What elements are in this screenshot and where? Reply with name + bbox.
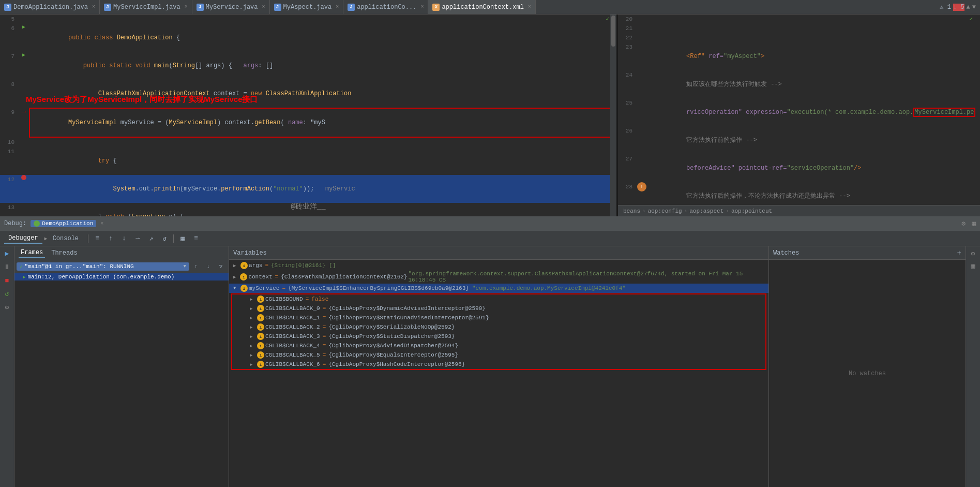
var-myservice[interactable]: ▼ i myService = {MyServiceImpl$$Enhancer… <box>229 284 768 293</box>
step-right-btn[interactable]: → <box>132 233 143 244</box>
var-cglib-callback-2[interactable]: ▶ i CGLIB$CALLBACK_2 = {CglibAopProxy$Se… <box>232 322 765 332</box>
tab-console[interactable]: Console <box>49 234 83 243</box>
close-icon[interactable]: × <box>262 4 265 10</box>
chevron-up-icon[interactable]: ▲ <box>967 4 970 11</box>
var-tree[interactable]: ▶ i args = {String[0]@2161} [] ▶ i conte… <box>229 260 768 487</box>
close-icon[interactable]: × <box>528 4 531 10</box>
side-icons-panel: ▶ ⏸ ■ ↺ ⚙ <box>0 246 14 487</box>
filter-btn[interactable]: ▽ <box>215 261 227 272</box>
expand-callback-5[interactable]: ▶ <box>250 352 256 358</box>
var-cglib-callback-0[interactable]: ▶ i CGLIB$CALLBACK_0 = {CglibAopProxy$Dy… <box>232 304 765 313</box>
right-layout-icon[interactable]: ▦ <box>968 261 978 271</box>
code-line-13: 13 } catch (Exception e) { <box>0 203 616 216</box>
red-arrow-icon: → <box>22 108 26 116</box>
var-icon-callback-0: i <box>257 305 264 312</box>
layout-icon[interactable]: ▦ <box>972 219 976 228</box>
step-up-btn[interactable]: ↑ <box>105 233 116 244</box>
close-icon[interactable]: × <box>336 4 339 10</box>
tab-myservice[interactable]: J MyService.java × <box>192 0 270 14</box>
stop-icon-side[interactable]: ■ <box>2 275 12 286</box>
threads-tab[interactable]: Threads <box>49 248 79 258</box>
frames-tab[interactable]: Frames <box>19 248 45 258</box>
add-watch-btn[interactable]: + <box>957 249 961 257</box>
pause-icon-side[interactable]: ⏸ <box>2 262 12 272</box>
app-name: DemoApplication <box>42 220 93 227</box>
tab-demo-application[interactable]: J DemoApplication.java × <box>0 0 100 14</box>
watches-content: No watches <box>769 260 966 487</box>
var-args[interactable]: ▶ i args = {String[0]@2161} [] <box>229 261 768 270</box>
xml-icon: X <box>432 4 440 11</box>
var-icon-callback-6: i <box>257 361 264 368</box>
close-icon[interactable]: × <box>420 4 424 10</box>
tab-myaspect[interactable]: J MyAspect.java × <box>270 0 344 14</box>
frame-arrow: ▶ <box>23 274 25 280</box>
code-line-6: 6 ▶ public class DemoApplication { <box>0 24 616 52</box>
expand-callback-4[interactable]: ▶ <box>250 343 256 349</box>
expand-callback-3[interactable]: ▶ <box>250 334 256 340</box>
expand-context[interactable]: ▶ <box>233 274 239 280</box>
expand-myservice[interactable]: ▼ <box>233 286 239 291</box>
settings-side-icon[interactable]: ⚙ <box>2 302 12 313</box>
code-line-5: 5 <box>0 14 616 24</box>
xml-line-20: 20 <box>618 14 980 24</box>
reset-btn[interactable]: ↺ <box>159 233 170 244</box>
debug-title: Debug: <box>4 220 26 227</box>
var-cglib-callback-6[interactable]: ▶ i CGLIB$CALLBACK_6 = {CglibAopProxy$Ha… <box>232 360 765 369</box>
grid-btn[interactable]: ▦ <box>177 233 188 244</box>
tab-debugger[interactable]: Debugger <box>4 233 42 244</box>
rerun-icon[interactable]: ↺ <box>2 289 12 299</box>
current-frame-item[interactable]: ▶ main:12, DemoApplication (com.example.… <box>14 273 229 281</box>
expand-callback-1[interactable]: ▶ <box>250 315 256 321</box>
editor-area: ✓ MyService改为了MyServiceImpl，同时去掉了实现MySer… <box>0 14 980 216</box>
java-icon: J <box>4 4 11 11</box>
thread-selector[interactable]: ✓ "main"@1 in gr..."main": RUNNING ▼ <box>17 262 189 271</box>
expand-callback-6[interactable]: ▶ <box>250 362 256 367</box>
tab-bar: J DemoApplication.java × J MyServiceImpl… <box>0 0 980 14</box>
var-cglib-callback-3[interactable]: ▶ i CGLIB$CALLBACK_3 = {CglibAopProxy$St… <box>232 332 765 341</box>
expand-args[interactable]: ▶ <box>233 263 239 269</box>
step-force-btn[interactable]: ↗ <box>145 233 157 244</box>
tab-applicationco[interactable]: J applicationCo... × <box>343 0 428 14</box>
step-down-btn[interactable]: ↓ <box>118 233 130 244</box>
right-settings-icon[interactable]: ⚙ <box>968 248 978 259</box>
frames-toolbar: ✓ "main"@1 in gr..."main": RUNNING ▼ ↑ ↓… <box>14 260 229 273</box>
expand-callback-2[interactable]: ▶ <box>250 324 256 330</box>
tab-applicationcontext-xml[interactable]: X applicationContext.xml × <box>428 0 535 14</box>
var-icon-cglib-bound: i <box>257 296 264 303</box>
var-icon-callback-1: i <box>257 314 264 321</box>
chevron-down-icon[interactable]: ▼ <box>972 4 976 11</box>
resume-icon[interactable]: ▶ <box>2 248 12 259</box>
debug-content: ▶ ⏸ ■ ↺ ⚙ Frames Threads ✓ "main"@1 in g… <box>0 246 980 487</box>
code-line-10: 10 <box>0 138 616 147</box>
console-tab[interactable]: ▶ Console <box>44 234 83 243</box>
error-badge: ↓ 5 <box>953 4 964 11</box>
settings-icon[interactable]: ⚙ <box>961 219 966 228</box>
scroll-to-bottom-btn[interactable]: ↓ <box>203 261 214 272</box>
close-icon[interactable]: × <box>92 4 95 10</box>
code-panel-left[interactable]: ✓ MyService改为了MyServiceImpl，同时去掉了实现MySer… <box>0 14 618 216</box>
close-icon[interactable]: × <box>185 4 188 10</box>
var-icon-args: i <box>240 262 248 269</box>
tab-myserviceimpl[interactable]: J MyServiceImpl.java × <box>100 0 192 14</box>
var-cglib-callback-5[interactable]: ▶ i CGLIB$CALLBACK_5 = {CglibAopProxy$Eq… <box>232 350 765 360</box>
code-panel-right[interactable]: ✓ 20 21 22 23 <Ref" ref="myAspect"> <box>618 14 980 216</box>
var-cglib-callback-1[interactable]: ▶ i CGLIB$CALLBACK_1 = {CglibAopProxy$St… <box>232 313 765 322</box>
xml-line-27: 27 beforeAdvice" pointcut-ref="serviceOp… <box>618 154 980 182</box>
app-name-badge: DemoApplication <box>31 220 96 227</box>
tab-label: applicationContext.xml <box>442 4 523 11</box>
var-cglib-bound[interactable]: ▶ i CGLIB$BOUND = false <box>232 294 765 304</box>
expand-callback-0[interactable]: ▶ <box>250 306 256 312</box>
xml-line-22: 22 <box>618 33 980 42</box>
list-btn[interactable]: ≡ <box>190 233 202 244</box>
debug-close[interactable]: × <box>100 221 103 227</box>
scrollbar[interactable] <box>610 14 616 216</box>
expand-cglib-bound[interactable]: ▶ <box>250 297 256 302</box>
debugger-tab-group: Debugger ▶ Console <box>4 233 83 244</box>
debug-header: Debug: DemoApplication × ⚙ ▦ <box>0 216 980 231</box>
var-icon-callback-2: i <box>257 323 264 331</box>
var-cglib-callback-4[interactable]: ▶ i CGLIB$CALLBACK_4 = {CglibAopProxy$Ad… <box>232 341 765 350</box>
scroll-to-top-btn[interactable]: ↑ <box>190 261 202 272</box>
step-over-btn[interactable]: ≡ <box>92 233 103 244</box>
scroll-thumb[interactable] <box>611 16 615 47</box>
var-context[interactable]: ▶ i context = {ClassPathXmlApplicationCo… <box>229 270 768 284</box>
